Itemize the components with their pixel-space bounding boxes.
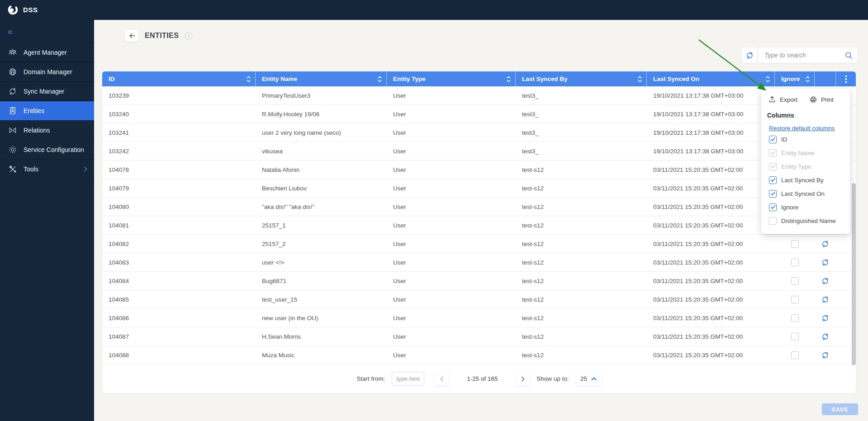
cell-entity-name: 25157_2 [256,241,387,247]
cell-entity-name: Beschieri Liubov [256,185,387,192]
page-range-text: 1-25 of 165 [455,375,509,382]
column-header-label: Last Synced On [653,76,699,82]
column-header-label: ID [109,76,115,82]
kebab-menu-icon[interactable] [845,75,847,83]
sidebar-item-sync-manager[interactable]: Sync Manager [0,82,94,101]
sort-icon[interactable] [637,75,643,83]
refresh-table-button[interactable] [742,47,757,63]
ignore-checkbox[interactable] [791,351,799,359]
column-header-label: Entity Type [393,76,426,82]
column-header-item[interactable] [836,71,856,86]
vertical-scrollbar[interactable] [852,183,856,365]
row-refresh-icon[interactable] [821,277,830,285]
sort-icon[interactable] [377,75,383,83]
cell-last-synced-by: test-s12 [516,278,647,284]
sort-icon[interactable] [805,75,811,83]
sidebar-item-tools[interactable]: Tools [0,160,94,179]
sort-icon[interactable] [506,75,512,83]
sidebar-item-relations[interactable]: Relations [0,121,94,140]
column-toggle-label: Ignore [781,204,798,211]
column-toggle-ignore[interactable]: Ignore [761,200,850,214]
cell-last-synced-by: test-s12 [516,352,647,359]
sidebar-item-agent-manager[interactable]: Agent Manager [0,43,94,62]
sidebar-item-entities[interactable]: Entities [0,101,94,121]
cell-last-synced-by: test-s12 [516,185,647,192]
sidebar: « Agent Manager Domain Manager Sync Mana… [0,20,94,421]
column-header-last-synced-on[interactable]: Last Synced On [647,71,775,86]
chevron-right-icon [520,376,526,382]
cell-id: 104085 [102,296,256,303]
column-toggle-list: ID Entity Name Entity Type Last Synced B… [761,132,850,227]
chevron-left-icon [439,376,445,382]
page-size-select[interactable]: 25 [576,372,602,386]
cell-last-synced-on: 03/11/2021 15:20:35 GMT+02:00 [647,315,775,322]
search-input[interactable] [764,52,844,59]
cell-last-synced-by: test-s12 [516,166,647,173]
restore-default-columns-link[interactable]: Restore default columns [769,125,835,132]
column-header-item[interactable] [815,71,836,86]
column-header-ignore[interactable]: Ignore [775,71,815,86]
table-row: 103241 user 2 very long name (seco) User… [102,123,856,142]
table-row: 104087 H.Sean.Morris User test-s12 03/11… [102,327,856,346]
row-refresh-icon[interactable] [821,295,830,304]
column-header-entity-name[interactable]: Entity Name [256,71,387,86]
save-button[interactable]: SAVE [822,403,858,415]
back-button[interactable] [125,30,139,42]
cell-entity-name: user 2 very long name (seco) [256,129,387,136]
column-header-label: Ignore [781,76,800,82]
column-toggle-last-synced-by[interactable]: Last Synced By [761,173,850,187]
start-from-input[interactable] [392,372,424,386]
table-row: 104078 Natalia Afonin User test-s12 03/1… [102,161,856,179]
column-toggle-id[interactable]: ID [761,132,850,146]
ignore-checkbox[interactable] [791,259,799,266]
ignore-checkbox[interactable] [791,277,799,285]
column-header-id[interactable]: ID [102,71,256,86]
cell-last-synced-on: 03/11/2021 15:20:35 GMT+02:00 [647,333,775,340]
dss-logo-icon [6,4,19,16]
cell-entity-type: User [387,259,516,266]
ignore-checkbox[interactable] [791,240,799,248]
cell-id: 104081 [102,222,256,229]
search-icon [844,51,853,60]
cell-entity-type: User [387,222,516,229]
row-refresh-icon[interactable] [821,240,830,248]
ignore-checkbox[interactable] [791,314,799,322]
cell-entity-name: Muza Music [256,352,387,359]
brand-name: DSS [23,6,38,14]
previous-page-button[interactable] [435,372,449,386]
cell-entity-name: new user (in the OU) [256,315,387,322]
export-button[interactable]: Export [768,95,797,104]
column-header-entity-type[interactable]: Entity Type [387,71,516,86]
cell-id: 104087 [102,333,256,340]
column-toggle-distinguished-name[interactable]: Distinguished Name [761,214,850,227]
table-row: 104080 "aka dis!" "aka dis!" User test-s… [102,198,856,216]
row-refresh-icon[interactable] [821,351,830,360]
row-refresh-icon[interactable] [821,258,830,267]
column-toggle-entity-type[interactable]: Entity Type [761,160,850,173]
cell-last-synced-by: test-s12 [516,222,647,229]
ignore-checkbox[interactable] [791,333,799,341]
ignore-checkbox[interactable] [791,296,799,303]
next-page-button[interactable] [516,372,530,386]
sidebar-item-domain-manager[interactable]: Domain Manager [0,62,94,82]
sort-icon[interactable] [246,75,251,83]
sidebar-item-service-configuration[interactable]: Service Configuration [0,140,94,160]
cell-id: 104088 [102,352,256,359]
row-refresh-icon[interactable] [821,314,830,322]
column-toggle-last-synced-on[interactable]: Last Synced On [761,187,850,200]
column-toggle-label: Last Synced By [781,177,824,184]
info-icon[interactable]: i [185,32,192,40]
row-refresh-icon[interactable] [821,332,830,341]
table-row: 104088 Muza Music User test-s12 03/11/20… [102,346,856,364]
column-toggle-entity-name[interactable]: Entity Name [761,146,850,160]
pagination-bar: Start from: 1-25 of 165 Show up to: 25 [102,364,856,393]
table-row: 104081 25157_1 User test-s12 03/11/2021 … [102,216,856,235]
cell-last-synced-by: test-s12 [516,296,647,303]
column-header-last-synced-by[interactable]: Last Synced By [516,71,647,86]
cell-entity-name: Bug6871 [256,278,387,284]
cell-entity-name: R.Molly.Hooley 19/06 [256,111,387,118]
sort-icon[interactable] [765,75,771,83]
cell-id: 104084 [102,278,256,284]
print-button[interactable]: Print [809,95,834,104]
collapse-sidebar-icon[interactable]: « [8,27,13,36]
